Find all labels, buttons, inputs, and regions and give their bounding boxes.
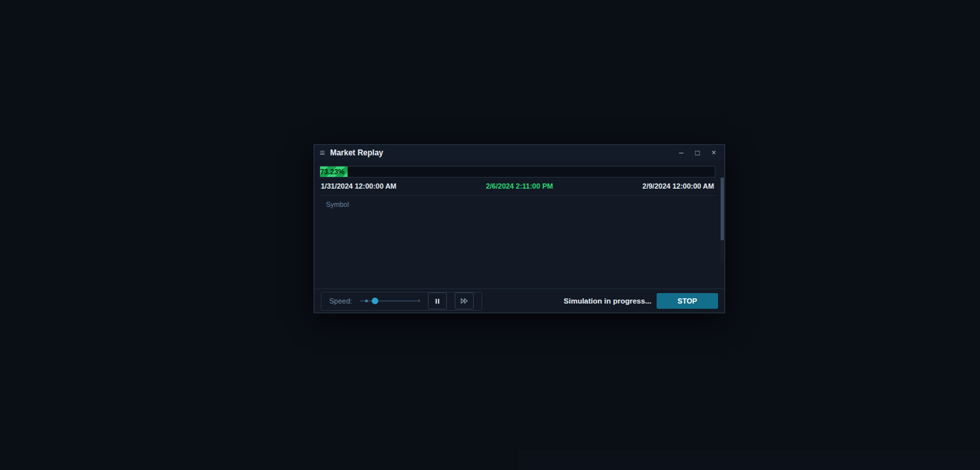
dialog-title: Market Replay [330, 148, 670, 157]
slider-handle[interactable] [372, 298, 378, 304]
dialog-titlebar[interactable]: ≡ Market Replay – □ × [314, 145, 725, 161]
replay-progress-bar[interactable]: 73.23% [319, 166, 715, 178]
slider-end-dot [418, 300, 420, 302]
window-menu-icon[interactable]: ≡ [319, 148, 325, 157]
scrollbar-thumb[interactable] [721, 178, 724, 240]
fast-forward-icon[interactable] [455, 292, 474, 309]
simulation-status: Simulation in progress... [564, 297, 651, 305]
replay-current-date: 2/6/2024 2:11:00 PM [486, 182, 553, 190]
replay-date-range: 1/31/2024 12:00:00 AM 2/6/2024 2:11:00 P… [321, 182, 714, 190]
stop-button[interactable]: STOP [657, 293, 718, 309]
pause-button[interactable] [428, 292, 447, 309]
speed-control-group: Speed: [321, 292, 482, 311]
maximize-icon[interactable]: □ [692, 149, 703, 157]
replay-end-date: 2/9/2024 12:00:00 AM [642, 182, 714, 190]
dialog-footer: Speed: Simulation in progress... STOP [314, 289, 725, 313]
speed-label: Speed: [329, 297, 352, 305]
dialog-scrollbar[interactable] [721, 178, 724, 262]
profile-button-bar [518, 450, 980, 470]
dialog-body: 73.23% 1/31/2024 12:00:00 AM 2/6/2024 2:… [314, 161, 725, 289]
speed-slider[interactable] [360, 300, 420, 302]
slider-dot [365, 300, 368, 302]
market-replay-dialog: ≡ Market Replay – □ × 73.23% 1/31/2024 1… [314, 144, 725, 313]
replay-start-date: 1/31/2024 12:00:00 AM [321, 182, 397, 190]
close-icon[interactable]: × [708, 149, 719, 157]
replay-progress-fill: 73.23% [320, 166, 348, 177]
symbol-list: Symbol [319, 195, 715, 208]
symbol-section-label: Symbol [326, 200, 715, 208]
progress-percent: 73.23% [320, 168, 344, 176]
minimize-icon[interactable]: – [676, 149, 687, 157]
